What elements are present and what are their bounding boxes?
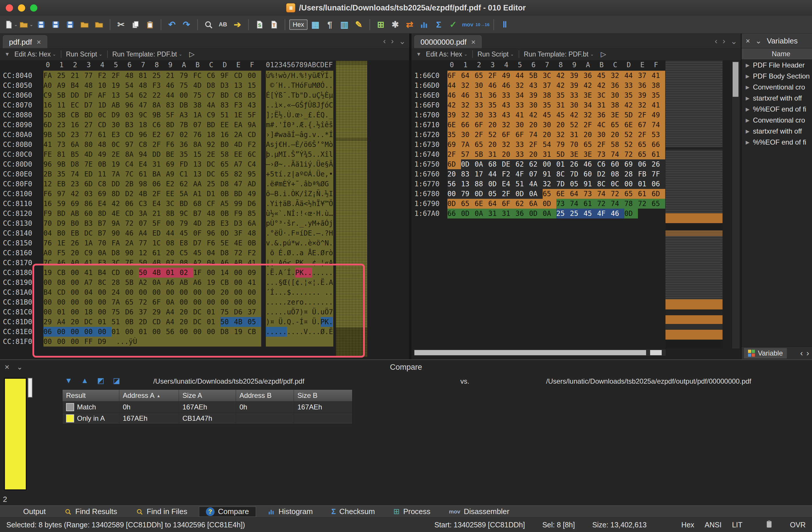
run-template-play-icon[interactable]: ▷: [601, 50, 606, 58]
ascii-bytes[interactable]: .Ë.A´Í.PK.......: [266, 268, 333, 278]
variables-list-item[interactable]: ▶Conventional cro: [742, 115, 812, 126]
status-size[interactable]: Size: 13,402,613: [592, 521, 647, 529]
hex-grid[interactable]: CC:8040FA252177F22F4881252179FCC69FCD00ú…: [0, 71, 333, 347]
hex-bytes[interactable]: 00790D052F0D0A656E6473747265616D: [447, 189, 665, 199]
variables-bottom-tab[interactable]: Variable: [744, 348, 787, 359]
tab-pdf-pdf[interactable]: pdf.pdf ×: [3, 36, 47, 48]
ascii-bytes[interactable]: ..ì×.«–GŠƒÛ8JƒóC: [266, 100, 333, 110]
hex-row[interactable]: CC:80D0969BD87E0B19C4E43169FD13DC65A7C4–…: [0, 159, 333, 169]
hex-bytes[interactable]: 44323046463243374239424236333638: [447, 81, 665, 90]
hex-row[interactable]: CC:811016596986E44206C3E43CBD68CFA599D6.…: [0, 199, 333, 209]
hex-row[interactable]: 1:67506D0D0A68DE626200012646C660690626: [411, 159, 665, 169]
ascii-bytes[interactable]: –›Ø~..Ää1iý.Üe§Ä: [266, 159, 333, 169]
hex-row[interactable]: CC:81F0000000FFD9...ÿÙ: [0, 337, 333, 347]
find-button[interactable]: [202, 18, 215, 31]
hex-row[interactable]: 1:67003932303343414245454232363E5D2F49: [411, 110, 665, 120]
variables-list-item[interactable]: ▶PDF File Header: [742, 60, 812, 71]
hex-bytes[interactable]: 6D231627CD30B318C68D7B07BDEEEA9A: [43, 120, 261, 130]
compare-overview-bar-b[interactable]: [28, 378, 32, 397]
expander-icon[interactable]: ▶: [746, 106, 750, 112]
tabs-next-icon[interactable]: ›: [723, 37, 725, 46]
hex-bytes[interactable]: 000800A78C285BA20AA6ABA619CB0041: [43, 278, 261, 288]
hex-row[interactable]: 1:67A0660D0A3131360D0A2525454F460D: [411, 209, 665, 219]
pane-splitter[interactable]: [409, 33, 411, 359]
column-header-size-b[interactable]: Size B: [294, 390, 352, 401]
status-mode[interactable]: Hex: [681, 521, 694, 529]
hex-row[interactable]: CC:81707CA6A041F33C7F504B0708A20AA6AB41|…: [0, 258, 333, 268]
tab-close-icon[interactable]: ×: [37, 38, 41, 47]
hex-row[interactable]: 1:66F042323335433330353130343138423241: [411, 100, 665, 110]
vertical-scrollbar[interactable]: [732, 61, 740, 349]
tab-find-in-files[interactable]: Find in Files: [129, 506, 194, 517]
hex-row[interactable]: CC:81A0B4CD0004002400000000000000200000´…: [0, 288, 333, 297]
ascii-bytes[interactable]: v.&.pú*w..è×ö^N.: [266, 238, 333, 248]
hex-row[interactable]: CC:80E02B3574ED117A7C61BAA9C113DC658295+…: [0, 169, 333, 179]
column-header-result[interactable]: Result: [62, 390, 119, 401]
hex-bytes[interactable]: 6F64652F49445B3C4239364532443741: [447, 71, 665, 81]
hex-bytes[interactable]: 1611ECD71DAB96478A83DB384A83F343: [43, 100, 261, 110]
hex-bytes[interactable]: FA252177F22F4881252179FCC69FCD00: [43, 71, 261, 81]
hex-bytes[interactable]: 41736A80480C97C82FF6368A92B04DF2: [43, 140, 261, 150]
variables-list-item[interactable]: ▶PDF Body Section: [742, 71, 812, 82]
hex-bytes[interactable]: 464631363334393835333E3C30353935: [447, 90, 665, 100]
tabs-list-icon[interactable]: ⌄: [399, 37, 406, 46]
hex-bytes[interactable]: 7CA6A041F33C7F504B0708A20AA6AB41: [43, 258, 261, 268]
expander-icon[interactable]: ▶: [746, 95, 750, 101]
whitespace-button[interactable]: ¶: [323, 18, 336, 31]
ascii-bytes[interactable]: .ë#mÈÝ+˜.âbª%ØG­: [266, 179, 333, 189]
ascii-bytes[interactable]: .....uÖ7)¤ Ü.uÖ7: [266, 307, 333, 317]
hex-row[interactable]: CC:80A09B5D237761E3CD96E267027618162ACD›…: [0, 130, 333, 140]
hex-row[interactable]: 1:66D044323046463243374239424236333638: [411, 81, 665, 90]
grid-view-button[interactable]: ▦: [309, 18, 322, 31]
hex-row[interactable]: CC:8060C95BDDDFAF13546222440075C7BDC8B5É…: [0, 90, 333, 100]
base-converter-button[interactable]: 10→16: [476, 18, 489, 31]
minimize-window-button[interactable]: [18, 4, 25, 12]
hex-bytes[interactable]: 20831744F24F07918C7D60D20828FB7F: [447, 169, 665, 179]
variables-name-column-header[interactable]: Name: [742, 48, 812, 60]
ascii-bytes[interactable]: õ É.Ø..a ÅE.Ørò: [266, 248, 333, 258]
hex-bytes[interactable]: 04B0EBDCB79046A4ED44450F960D3F48: [43, 228, 261, 238]
prev-difference-icon[interactable]: ▲: [81, 376, 89, 385]
histogram-button[interactable]: [418, 18, 431, 31]
compare-overview-bar-a[interactable]: [4, 378, 27, 490]
ascii-bytes[interactable]: pÙ°³·šr._.yM+ãÓj: [266, 219, 333, 228]
hex-row[interactable]: 1:67705613880DE4514A327D05918C0C000106: [411, 179, 665, 189]
ascii-bytes[interactable]: ...§Œ([¢.¦«¦.Ë.A: [266, 278, 333, 288]
hex-row[interactable]: CC:8040FA252177F22F4881252179FCC69FCD00ú…: [0, 71, 333, 81]
run-template-button[interactable]: T: [267, 18, 280, 31]
hex-row[interactable]: CC:818019CB0041B4CD00504B01021F00140009.…: [0, 268, 333, 278]
status-overwrite-mode[interactable]: OVR: [790, 521, 806, 529]
hex-mode-button[interactable]: Hex: [289, 18, 307, 31]
hex-row[interactable]: 1:66E0464631363334393835333E3C30353935: [411, 90, 665, 100]
variables-list-item[interactable]: ▶%%EOF end of fi: [742, 137, 812, 148]
hex-row[interactable]: CC:81C0000100180075D63729A420DC0175D637.…: [0, 307, 333, 317]
hex-row[interactable]: 1:678000790D052F0D0A656E6473747265616D: [411, 189, 665, 199]
run-script-button[interactable]: S: [253, 18, 266, 31]
ascii-bytes[interactable]: .Yi†äB.Ãä<½hÏ¥™Ö: [266, 199, 333, 209]
status-sel[interactable]: Sel: 8 [8h]: [542, 521, 575, 529]
save-as-button[interactable]: [49, 18, 62, 31]
tab-process[interactable]: ⊞Process: [387, 506, 438, 517]
file-overview-minimap[interactable]: [336, 61, 367, 357]
hex-bytes[interactable]: 6E666F203230203020522F4C656E6774: [447, 120, 665, 130]
ascii-bytes[interactable]: .....zero.......: [266, 297, 333, 307]
undo-button[interactable]: ↶: [165, 18, 179, 31]
scrollbar-button[interactable]: [650, 350, 662, 355]
byte-swap-button[interactable]: ⇄: [403, 18, 417, 31]
hex-bytes[interactable]: 2F575B31203320315D3E3E7374726561: [447, 150, 665, 159]
redo-button[interactable]: ↷: [180, 18, 193, 31]
ascii-bytes[interactable]: É[Ýß¯.Tb"D.uÇ½Èµ: [266, 90, 333, 100]
hex-row[interactable]: 1:67900D656E646F626A0D7374617274787265: [411, 199, 665, 209]
hex-bytes[interactable]: C95BDDDFAF13546222440075C7BDC8B5: [43, 90, 261, 100]
hex-row[interactable]: CC:814004B0EBDCB79046A4ED44450F960D3F48.…: [0, 228, 333, 238]
ascii-bytes[interactable]: .........V...Ø.Ë: [266, 327, 333, 337]
column-header-address-b[interactable]: Address B: [236, 390, 294, 401]
hex-bytes[interactable]: 42323335433330353130343138423241: [447, 100, 665, 110]
copy-button[interactable]: [129, 18, 142, 31]
hex-bytes[interactable]: 000000FFD9: [43, 337, 112, 347]
run-script-dropdown[interactable]: Run Script⌄: [478, 51, 514, 58]
columns-button[interactable]: ▥: [338, 18, 351, 31]
close-icon[interactable]: ×: [746, 37, 750, 45]
zoom-window-button[interactable]: [30, 4, 37, 12]
tab-checksum[interactable]: ΣChecksum: [324, 506, 382, 517]
